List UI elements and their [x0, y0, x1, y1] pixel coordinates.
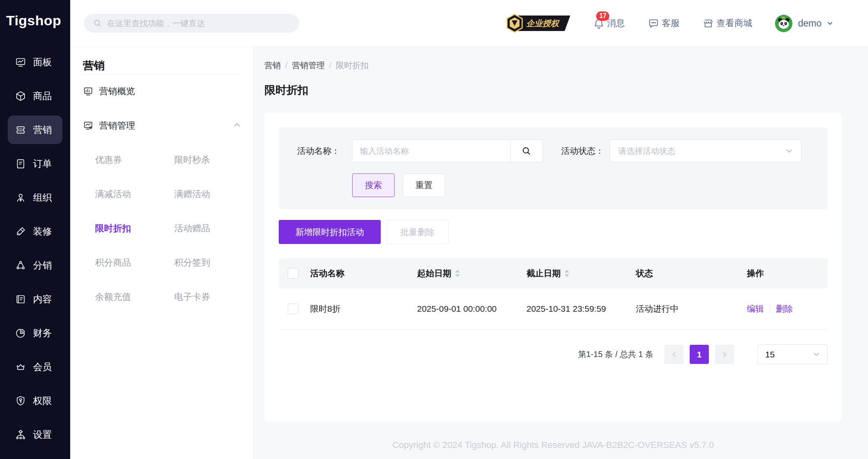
brush-icon [15, 226, 26, 237]
submenu-item-balance-recharge[interactable]: 余额充值 [95, 280, 174, 314]
share-network-icon [15, 260, 26, 271]
user-avatar [775, 15, 793, 32]
sidebar-item-orders[interactable]: 订单 [8, 149, 62, 178]
submenu-item-e-card[interactable]: 电子卡券 [174, 280, 253, 314]
select-all-checkbox[interactable] [288, 268, 298, 279]
submenu-item-activity-gift[interactable]: 活动赠品 [174, 211, 253, 246]
global-search-input[interactable] [107, 19, 290, 28]
global-search[interactable] [84, 14, 299, 33]
delete-link[interactable]: 删除 [776, 303, 793, 315]
submenu-item-points-checkin[interactable]: 积分签到 [174, 246, 253, 280]
sidebar-item-finance[interactable]: 财务 [8, 319, 62, 347]
user-menu[interactable]: demo [775, 15, 833, 32]
primary-nav: 面板 商品 营销 订单 组织 装修 分销 内容 [0, 41, 70, 449]
manage-icon [83, 120, 93, 131]
chevron-down-icon [813, 351, 820, 358]
chevron-down-icon [786, 147, 793, 155]
cell-status: 活动进行中 [636, 303, 747, 315]
search-button[interactable]: 搜索 [352, 173, 395, 197]
sidebar-item-dashboard[interactable]: 面板 [8, 48, 62, 76]
store-button[interactable]: 查看商城 [702, 17, 752, 29]
breadcrumb: 营销 / 营销管理 / 限时折扣 [264, 60, 842, 71]
cell-actions: 编辑 删除 [747, 303, 828, 315]
license-hexagon-icon [505, 13, 524, 33]
pagination-summary: 第1-15 条 / 总共 1 条 [578, 349, 654, 360]
sidebar-item-marketing[interactable]: 营销 [8, 115, 62, 144]
search-icon [93, 19, 102, 28]
submenu-item-marketing-manage[interactable]: 营销管理 [70, 109, 253, 143]
activity-status-select[interactable]: 请选择活动状态 [610, 140, 801, 162]
sort-icon[interactable] [564, 270, 569, 277]
discount-table: 活动名称 起始日期 截止日期 状态 [279, 258, 828, 330]
crown-icon [15, 361, 26, 373]
reset-button[interactable]: 重置 [403, 173, 445, 197]
sort-icon[interactable] [455, 270, 460, 277]
chevron-up-icon[interactable] [233, 121, 241, 130]
person-icon [15, 192, 26, 203]
submenu-item-flash-sale[interactable]: 限时秒杀 [174, 143, 253, 177]
submenu-item-marketing-overview[interactable]: 营销概览 [70, 74, 253, 109]
sidebar-item-distribution[interactable]: 分销 [8, 251, 62, 279]
settings-tree-icon [15, 429, 26, 440]
overview-icon [83, 86, 93, 97]
breadcrumb-item[interactable]: 营销管理 [292, 60, 325, 71]
sidebar-item-organization[interactable]: 组织 [8, 183, 62, 212]
dashboard-icon [15, 57, 26, 68]
submenu-item-full-reduction[interactable]: 满减活动 [95, 177, 174, 211]
next-page-button[interactable] [715, 345, 734, 364]
activity-name-input-group [352, 140, 543, 162]
license-badge[interactable]: 企业授权 [505, 13, 570, 33]
prev-page-button[interactable] [664, 345, 684, 364]
submenu-title: 营销 [70, 47, 253, 74]
table-header: 活动名称 起始日期 截止日期 状态 [279, 258, 828, 288]
messages-count-badge: 17 [596, 11, 609, 21]
activity-status-label: 活动状态： [561, 145, 604, 157]
submenu-item-coupon[interactable]: 优惠券 [95, 143, 174, 177]
brand-logo: Tigshop [0, 0, 70, 41]
cell-activity-name: 限时8折 [310, 303, 417, 315]
column-status: 状态 [636, 268, 747, 279]
table-row: 限时8折 2025-09-01 00:00:00 2025-10-31 23:5… [279, 288, 828, 330]
chat-bubble-icon [648, 18, 659, 29]
support-button[interactable]: 客服 [648, 17, 679, 29]
submenu-item-points-goods[interactable]: 积分商品 [95, 246, 174, 280]
sidebar-item-decoration[interactable]: 装修 [8, 217, 62, 246]
column-activity-name: 活动名称 [310, 268, 417, 279]
column-start-date[interactable]: 起始日期 [417, 268, 526, 279]
chevron-left-icon [671, 351, 677, 358]
row-checkbox[interactable] [288, 304, 298, 314]
submenu-item-full-gift[interactable]: 满赠活动 [174, 177, 253, 211]
content-icon [15, 294, 26, 305]
batch-delete-button[interactable]: 批量删除 [386, 220, 448, 244]
sidebar-item-content[interactable]: 内容 [8, 285, 62, 313]
column-actions: 操作 [747, 268, 828, 279]
page-title: 限时折扣 [264, 83, 842, 98]
filter-panel: 活动名称： 活动状态： 请选择活动状态 [279, 127, 828, 209]
messages-button[interactable]: 17 消息 [593, 17, 625, 29]
cube-icon [15, 91, 26, 102]
chevron-down-icon [827, 20, 833, 27]
sidebar-item-products[interactable]: 商品 [8, 82, 62, 110]
pagination: 第1-15 条 / 总共 1 条 1 15 [279, 344, 828, 364]
coupon-icon [15, 124, 26, 135]
page-1-button[interactable]: 1 [690, 345, 709, 364]
cell-start-date: 2025-09-01 00:00:00 [417, 304, 526, 314]
breadcrumb-item[interactable]: 营销 [264, 60, 281, 71]
cell-end-date: 2025-10-31 23:59:59 [526, 304, 636, 314]
activity-name-input[interactable] [353, 140, 510, 162]
search-icon [522, 146, 531, 156]
column-end-date[interactable]: 截止日期 [526, 268, 636, 279]
submenu-item-limited-discount[interactable]: 限时折扣 [95, 211, 174, 246]
sidebar-item-permissions[interactable]: 权限 [8, 386, 62, 415]
add-discount-button[interactable]: 新增限时折扣活动 [279, 220, 381, 244]
username: demo [798, 18, 821, 29]
inline-search-button[interactable] [510, 140, 542, 162]
divider [770, 304, 770, 313]
edit-link[interactable]: 编辑 [747, 303, 764, 315]
sidebar-item-settings[interactable]: 设置 [8, 420, 62, 449]
breadcrumb-current: 限时折扣 [336, 60, 369, 71]
sidebar-item-members[interactable]: 会员 [8, 353, 62, 381]
toolbar: 新增限时折扣活动 批量删除 [279, 220, 828, 244]
chevron-right-icon [721, 351, 728, 358]
page-size-select[interactable]: 15 [757, 344, 828, 364]
